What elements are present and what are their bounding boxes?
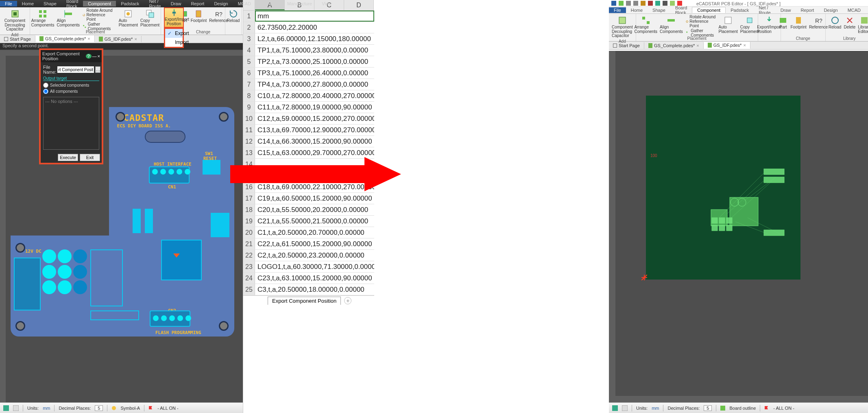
row-number[interactable]: 18 [243, 204, 255, 215]
menu-analysis[interactable]: Analysis [256, 1, 282, 7]
component-decoupling-button[interactable]: Component Decoupling Capacitor [611, 15, 634, 39]
rotate-around-ref-button[interactable]: Rotate Around Reference Point [686, 15, 716, 28]
qa-icon[interactable] [663, 1, 667, 6]
close-icon[interactable]: × [87, 36, 90, 41]
close-icon[interactable]: × [134, 37, 137, 42]
menu-report[interactable]: Report [186, 1, 209, 7]
cell[interactable]: C19,t,a,60.50000,15.20000,90.00000 [255, 193, 374, 204]
row-number[interactable]: 10 [243, 113, 255, 124]
row-number[interactable]: 25 [243, 284, 255, 295]
menu-draw[interactable]: Draw [166, 1, 186, 7]
layer-icon[interactable] [3, 405, 9, 411]
delete-button[interactable]: Delete [842, 15, 857, 35]
menu-file[interactable]: File [0, 1, 17, 7]
cell[interactable]: C12,t,a,59.00000,15.20000,270.00000 [255, 113, 374, 124]
qa-icon[interactable] [641, 1, 646, 6]
row-number[interactable]: 17 [243, 193, 255, 204]
row-number[interactable]: 9 [243, 102, 255, 113]
cell[interactable]: L2,t,a,66.00000,12.15000,180.00000 [255, 33, 374, 44]
file-name-input[interactable] [57, 66, 94, 73]
menu-report[interactable]: Report [796, 7, 819, 13]
row-number[interactable]: 19 [243, 216, 255, 227]
table-row[interactable]: 19C21,t,a,55.50000,21.50000,0.00000 [243, 216, 374, 227]
component-decoupling-button[interactable]: Component Decoupling Capacitor [2, 8, 28, 33]
align-components-button[interactable]: Align Components [659, 15, 684, 35]
menu-analysis[interactable]: Analysis [866, 7, 868, 13]
tab-gs-idf[interactable]: GS_IDF.pdes*× [95, 36, 142, 42]
browse-button[interactable]: … [95, 66, 100, 73]
cell[interactable]: mm [255, 11, 374, 22]
cell[interactable]: C2,t,a,20.50000,23.20000,0.00000 [255, 250, 374, 261]
cell[interactable]: C10,t,a,72.80000,20.40000,270.00000 [255, 90, 374, 101]
cell[interactable]: C1,t,a,20.50000,20.70000,0.00000 [255, 227, 374, 238]
qa-icon[interactable] [619, 1, 624, 6]
qa-redo-icon[interactable] [633, 1, 638, 6]
execute-button[interactable]: Execute [58, 154, 78, 161]
selected-components-radio[interactable]: Selected components [43, 82, 99, 88]
table-row[interactable]: 25C3,t,a,20.50000,18.00000,0.00000 [243, 284, 374, 295]
menu-shape[interactable]: Shape [648, 7, 670, 13]
row-number[interactable]: 4 [243, 45, 255, 56]
cell[interactable]: C3,t,a,20.50000,18.00000,0.00000 [255, 284, 374, 295]
menu-padstack[interactable]: Padstack [116, 1, 144, 7]
col-D[interactable]: D [344, 0, 374, 10]
all-components-radio[interactable]: All components [43, 88, 99, 94]
arrange-components-button[interactable]: Arrange Components [633, 15, 659, 35]
tab-gs-complete[interactable]: GS_Complete.pdes*× [644, 42, 704, 49]
table-row[interactable]: 5TP2,t,a,73.00000,25.10000,0.00000 [243, 56, 374, 68]
exit-button[interactable]: Exit [80, 154, 100, 161]
pcb-canvas-right[interactable]: 100 [609, 51, 868, 402]
row-number[interactable]: 7 [243, 79, 255, 90]
menu-padstack[interactable]: Padstack [726, 7, 754, 13]
tab-start-page[interactable]: Start Page [609, 42, 644, 49]
cell[interactable]: TP1,t,a,75.10000,23.80000,0.00000 [255, 45, 374, 56]
layer-icon[interactable] [612, 405, 618, 411]
menu-design[interactable]: Design [819, 7, 842, 13]
row-number[interactable]: 5 [243, 56, 255, 67]
table-row[interactable]: 7TP4,t,a,73.00000,27.80000,0.00000 [243, 79, 374, 90]
row-number[interactable]: 13 [243, 147, 255, 158]
row-number[interactable]: 1 [243, 11, 255, 22]
cell[interactable]: TP4,t,a,73.00000,27.80000,0.00000 [255, 79, 374, 90]
row-number[interactable]: 2 [243, 22, 255, 33]
auto-placement-button[interactable]: Auto Placement [118, 8, 139, 28]
allon-mode[interactable]: - ALL ON - [157, 406, 179, 411]
cell[interactable]: C15,t,a,63.00000,29.70000,270.00000 [255, 147, 374, 158]
close-icon[interactable]: × [743, 43, 746, 48]
row-number[interactable]: 20 [243, 227, 255, 238]
row-number[interactable]: 3 [243, 33, 255, 44]
footprint-button[interactable]: Footprint [789, 15, 807, 35]
table-row[interactable]: 11C13,t,a,69.70000,12.90000,270.00000 [243, 125, 374, 136]
qa-icon[interactable] [655, 1, 660, 6]
sheet-tab-export[interactable]: Export Component Position [268, 297, 341, 305]
qa-undo-icon[interactable] [626, 1, 631, 6]
menu-mcad[interactable]: MCAD [843, 7, 866, 13]
table-row[interactable]: 18C20,t,a,55.50000,20.20000,0.00000 [243, 204, 374, 216]
export-menu-import[interactable]: Import [165, 38, 183, 47]
cell[interactable]: C11,t,a,72.80000,19.00000,90.00000 [255, 102, 374, 113]
row-number[interactable]: 23 [243, 261, 255, 272]
pcb-canvas-left[interactable]: eCADSTAR ECS DIY BOARD ISS A. HOST INTER… [0, 50, 243, 402]
table-row[interactable]: 23LOGO1,t,a,60.30000,71.30000,0.00000 [243, 261, 374, 273]
menu-design[interactable]: Design [209, 1, 233, 7]
menu-component[interactable]: Component [83, 1, 116, 7]
table-row[interactable]: 9C11,t,a,72.80000,19.00000,90.00000 [243, 102, 374, 113]
reload-button[interactable]: Reload [827, 15, 843, 35]
minimize-icon[interactable]: — [92, 54, 97, 59]
cell[interactable]: 62.73500,22.20000 [255, 22, 374, 33]
menu-home[interactable]: Home [626, 7, 648, 13]
export-import-position-button[interactable]: Export/Import Position [164, 7, 184, 28]
table-row[interactable]: 1mm [243, 11, 374, 22]
rotate-around-ref-button[interactable]: Rotate Around Reference Point [83, 8, 113, 22]
cell[interactable]: LOGO1,t,a,60.30000,71.30000,0.00000 [255, 261, 374, 272]
export-menu-export[interactable]: Export [165, 29, 183, 38]
footprint-button[interactable]: Footprint [190, 8, 208, 28]
close-icon[interactable]: × [98, 54, 100, 59]
cell[interactable]: C22,t,a,61.50000,15.20000,90.00000 [255, 238, 374, 249]
decimal-value[interactable]: 5 [704, 405, 712, 411]
table-row[interactable]: 262.73500,22.20000 [243, 22, 374, 33]
table-row[interactable]: 17C19,t,a,60.50000,15.20000,90.00000 [243, 193, 374, 204]
doc-icon[interactable] [13, 405, 19, 411]
row-number[interactable]: 24 [243, 273, 255, 284]
copy-placement-button[interactable]: Copy Placement [139, 8, 161, 28]
